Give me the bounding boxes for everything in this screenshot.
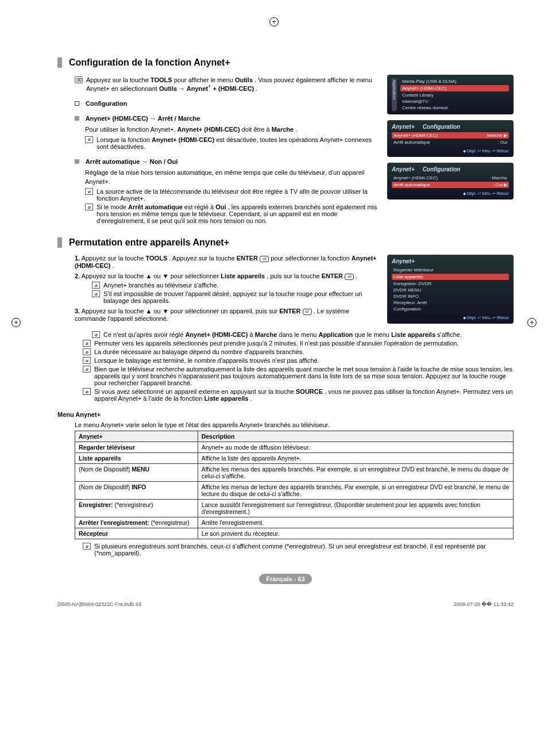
note-text: Permuter vers les appareils sélectionnés… [94,340,459,347]
txt: Appuyez sur la touche [86,76,150,83]
osd-row: DVDR INFO [392,293,509,300]
txt: (*enregistreur) [149,519,190,526]
osd-row-selected: Liste appareils [392,274,509,280]
cell: Le son provient du récepteur. [198,528,513,539]
note-icon: ⌀ [83,357,91,364]
print-timestamp: 2009-07-28 �� 11:32:42 [454,601,514,607]
note-icon: ⌀ [85,136,93,143]
txt: Media Play (USB & DLNA) [402,79,457,84]
osd-footer: ◆ Dépl. ⏎ Intro. ↩ Retour [392,191,509,196]
osd-row-selected: Arrêt automatique : Oui ▶ [392,182,509,188]
txt: SOURCE [296,388,323,395]
osd-footer: ◆ Dépl. ⏎ Intro. ↩ Retour [392,149,509,153]
cell: Arrête l'enregistrement. [198,517,513,528]
osd-side-label: Application [392,78,397,111]
perm-bullet1: ⌀ Permuter vers les appareils sélectionn… [83,340,514,347]
note-icon: ⌀ [92,290,100,297]
osd-application-menu: Application Media Play (USB & DLNA) Anyn… [387,75,514,114]
txt: Si le mode [97,204,128,210]
osd-footer: ◆ Dépl. ⏎ Intro. ↩ Retour [392,316,509,320]
print-metadata: [8500-NA]BN68-02322C-Fre.indb 63 2009-07… [57,601,514,607]
osd-row-selected: Anynet+ (HDMI-CEC) [400,85,509,91]
square-bullet-icon [75,159,79,164]
txt: (Nom de Dispositif) [79,466,132,473]
txt: . [256,85,257,92]
cell: Affiche les menus des appareils branchés… [198,464,513,482]
permutation-right: Anynet+ Regarder téléviseur Liste appare… [387,255,514,329]
config-left: ⌧ Appuyez sur la touche TOOLS pour affic… [57,75,380,226]
note-text: Lorsque la fonction Anynet+ (HDMI-CEC) e… [97,136,380,150]
note-icon: ⌀ [83,366,91,373]
cell: Enregistrer: (*enregistreur) [75,500,198,517]
table-header-row: Anynet+ Description [75,431,514,442]
txt: Anynet+ (HDMI-CEC) [393,133,438,138]
txt: Anynet+ (HDMI-CEC) [185,331,248,338]
txt: Marche [255,331,277,338]
arret-auto-note1: ⌀ La source active de la télécommande du… [85,188,380,202]
cell: Affiche les menus de lecture des apparei… [198,482,513,500]
config-two-col: ⌧ Appuyez sur la touche TOOLS pour affic… [57,75,514,226]
txt: ENTER [237,255,258,262]
txt: pour afficher le menu [174,76,235,83]
note-text: Anynet+ branchés au téléviseur s'affiche… [103,282,218,289]
tools-note-text: Appuyez sur la touche TOOLS pour affiche… [86,76,380,92]
txt: est réglé à [184,204,215,210]
txt: Si vous avez sélectionné un appareil ext… [94,388,296,395]
txt: Liste appareils [204,395,248,402]
txt: INFO [132,483,146,490]
cell: (Nom de Dispositif) MENU [75,464,198,482]
note-text: Ce n'est qu'après avoir réglé Anynet+ (H… [103,331,462,338]
anynet-hdmi-heading: Anynet+ (HDMI-CEC) → Arrêt / Marche [75,115,380,122]
note-icon: ⌀ [85,188,93,195]
osd-row: DVDR MENU [392,287,509,293]
osd-row-selected: Anynet+ (HDMI-CEC) Marche ▶ [392,132,509,139]
txt: Anynet+ [392,166,415,172]
cell: Anynet+ au mode de diffusion téléviseur. [198,442,513,453]
page-footer: Français - 63 [57,574,514,584]
step-3: 3. Appuyez sur la touche ▲ ou ▼ pour sél… [75,308,380,322]
chevron-right-icon: ▶ [504,133,507,138]
txt: ENTER [279,308,300,314]
txt: Anynet+ (HDMI-CEC) → Arrêt / Marche [86,115,200,122]
txt: à [250,331,255,338]
osd-row: Arrêt automatique : Oui [392,139,509,145]
txt: . [295,126,297,133]
txt: Outils → Anynet [159,85,208,92]
note-text: Si le mode Arrêt automatique est réglé à… [97,204,380,224]
txt: TOOLS [146,255,168,262]
perm-bullet3: ⌀ Lorsque le balayage est terminé, le no… [83,357,514,364]
osd-row: Récepteur: Arrêt [392,300,509,306]
config-right: Application Media Play (USB & DLNA) Anyn… [387,75,514,226]
arret-auto-para: Réglage de la mise hors tension automati… [85,168,380,187]
cell: Affiche la liste des appareils Anynet+. [198,453,513,464]
menu-footnote: ⌀ Si plusieurs enregistreurs sont branch… [83,543,514,557]
txt: Application [318,331,353,338]
osd-row: Internet@TV [400,98,509,105]
enter-icon: ⏎ [303,309,312,315]
step3-note1: ⌀ Ce n'est qu'après avoir réglé Anynet+ … [92,331,514,338]
note-text: La durée nécessaire au balayage dépend d… [94,348,304,355]
perm-bullet5: ⌀ Si vous avez sélectionné un appareil e… [83,388,514,402]
cell: (Nom de Dispositif) INFO [75,482,198,500]
osd-row: Enregistrer: DVDR [392,281,509,287]
txt: TOOLS [150,76,172,83]
cell: Récepteur [75,528,198,539]
menu-intro: Le menu Anynet+ varie selon le type et l… [75,421,514,428]
table-row: Arrêter l'enregistrement: (*enregistreur… [75,517,514,528]
txt: Anynet+ [392,124,415,130]
step2-note1: ⌀ Anynet+ branchés au téléviseur s'affic… [92,282,380,289]
anynet-hdmi-note: ⌀ Lorsque la fonction Anynet+ (HDMI-CEC)… [85,136,380,150]
osd-row: Configuration [392,306,509,312]
square-bullet-icon [75,101,79,106]
txt: Enregistrer: [79,501,113,508]
txt: . [112,262,114,269]
txt: (*enregistreur) [113,501,153,508]
txt: Appuyez sur la touche [82,255,146,262]
note-text: Si vous avez sélectionné un appareil ext… [94,388,514,402]
step2-note2: ⌀ S'il est impossible de trouver l'appar… [92,290,380,304]
step-1: 1. Appuyez sur la touche TOOLS . Appuyez… [75,255,380,269]
arret-auto-heading: Arrêt automatique → Non / Oui [75,158,380,165]
registration-mark-right [527,318,537,327]
osd-device-list: Anynet+ Regarder téléviseur Liste appare… [387,255,514,324]
txt: Marche [487,133,503,138]
